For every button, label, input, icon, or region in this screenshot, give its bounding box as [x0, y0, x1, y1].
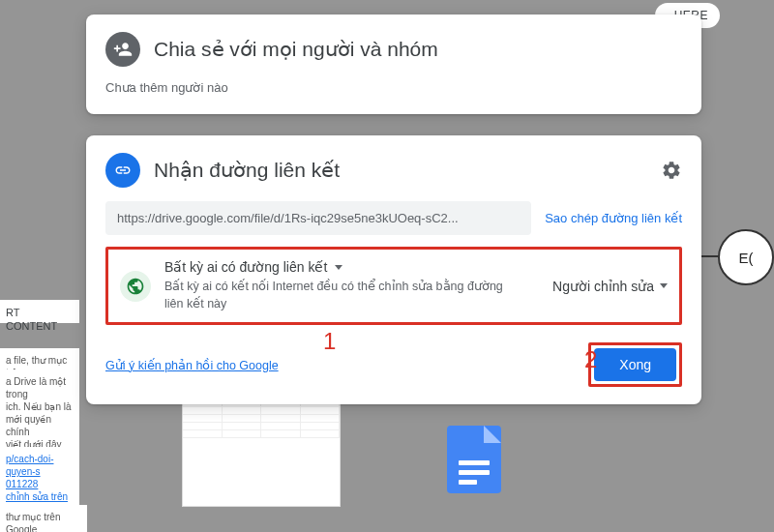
share-subtitle: Chưa thêm người nào — [105, 80, 682, 95]
settings-gear-icon[interactable] — [661, 160, 682, 181]
access-scope-dropdown[interactable]: Bất kỳ ai có đường liên kết — [164, 259, 539, 275]
done-button-highlight: Xong — [588, 342, 682, 387]
access-description: Bất kỳ ai có kết nối Internet đều có thể… — [164, 279, 513, 312]
bg-sidebar-label: RT CONTENT — [0, 300, 79, 323]
bg-spreadsheet-thumb — [182, 391, 341, 507]
bg-chart-node: E( — [718, 229, 774, 285]
bg-snippet-3: thư mục trên Google — [0, 505, 87, 532]
share-people-card: Chia sẻ với mọi người và nhóm Chưa thêm … — [86, 15, 701, 114]
done-button[interactable]: Xong — [594, 348, 676, 381]
add-person-icon — [105, 32, 140, 67]
annotation-2: 2 — [584, 346, 597, 373]
access-role-label: Người chỉnh sửa — [552, 279, 654, 294]
access-scope-label: Bất kỳ ai có đường liên kết — [164, 259, 327, 275]
chevron-down-icon — [335, 265, 342, 270]
send-feedback-link[interactable]: Gửi ý kiến phản hồi cho Google — [105, 358, 279, 372]
access-role-dropdown[interactable]: Người chỉnh sửa — [552, 279, 668, 294]
globe-icon — [120, 271, 151, 302]
get-link-title: Nhận đường liên kết — [154, 159, 647, 182]
copy-link-button[interactable]: Sao chép đường liên kết — [545, 211, 682, 225]
link-icon — [105, 153, 140, 188]
bg-snippet-2: p/cach-doi-quyen-s 011228 chỉnh sửa trên — [0, 447, 79, 509]
share-title: Chia sẻ với mọi người và nhóm — [154, 38, 438, 61]
get-link-card: Nhận đường liên kết https://drive.google… — [86, 135, 701, 404]
access-level-box: Bất kỳ ai có đường liên kết Bất kỳ ai có… — [105, 247, 682, 325]
chevron-down-icon — [660, 283, 668, 288]
bg-docs-file-icon — [447, 426, 501, 493]
annotation-1: 1 — [323, 328, 336, 355]
share-url-box[interactable]: https://drive.google.com/file/d/1Rs-iqc2… — [105, 201, 531, 235]
